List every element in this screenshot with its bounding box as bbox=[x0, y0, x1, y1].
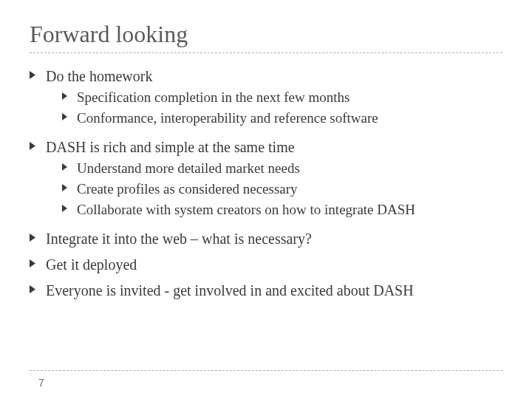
bullet-icon bbox=[30, 281, 46, 293]
list-item-label: Collaborate with system creators on how … bbox=[77, 200, 502, 219]
bullet-icon bbox=[62, 180, 77, 191]
list-item: Integrate it into the web – what is nece… bbox=[30, 229, 502, 249]
footer-divider bbox=[30, 370, 502, 371]
bullet-icon bbox=[62, 200, 77, 212]
slide-body: Do the homework Specification completion… bbox=[30, 66, 502, 301]
slide: Forward looking Do the homework Specific… bbox=[0, 0, 532, 399]
list-item-label: Create profiles as considered necessary bbox=[77, 180, 502, 199]
bullet-icon bbox=[30, 255, 46, 267]
page-number: 7 bbox=[38, 377, 44, 389]
bullet-icon bbox=[30, 229, 46, 242]
list-item: Understand more detailed market needs bbox=[30, 159, 502, 178]
list-item: DASH is rich and simple at the same time bbox=[30, 137, 502, 157]
bullet-icon bbox=[30, 66, 46, 79]
list-item-label: Conformance, interoperability and refere… bbox=[77, 109, 502, 128]
bullet-icon bbox=[62, 109, 77, 120]
title-divider bbox=[30, 52, 502, 53]
list-item: Conformance, interoperability and refere… bbox=[30, 109, 502, 128]
list-item-label: Everyone is invited - get involved in an… bbox=[46, 281, 502, 301]
list-item-label: Specification completion in the next few… bbox=[77, 88, 502, 107]
list-item: Create profiles as considered necessary bbox=[30, 180, 502, 199]
list-item: Get it deployed bbox=[30, 255, 502, 275]
list-item-label: Understand more detailed market needs bbox=[77, 159, 502, 178]
list-item: Everyone is invited - get involved in an… bbox=[30, 281, 502, 301]
list-item: Do the homework bbox=[30, 66, 502, 86]
list-item: Specification completion in the next few… bbox=[30, 88, 502, 107]
list-item-label: Do the homework bbox=[46, 66, 502, 86]
list-item-label: DASH is rich and simple at the same time bbox=[46, 137, 502, 157]
slide-title: Forward looking bbox=[30, 21, 502, 48]
list-item: Collaborate with system creators on how … bbox=[30, 200, 502, 219]
bullet-icon bbox=[62, 88, 77, 100]
bullet-icon bbox=[30, 137, 46, 150]
list-item-label: Integrate it into the web – what is nece… bbox=[46, 229, 502, 249]
list-item-label: Get it deployed bbox=[46, 255, 502, 275]
bullet-icon bbox=[62, 159, 77, 171]
